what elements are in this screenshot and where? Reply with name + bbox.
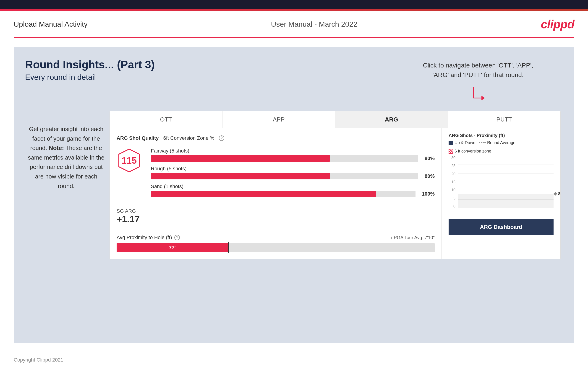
bar-track-sand: [151, 191, 415, 197]
y-label-5: 5: [449, 196, 457, 200]
y-label-15: 15: [449, 180, 457, 184]
tabs-row: OTT APP ARG PUTT: [110, 111, 560, 128]
hexagon-score-area: 115 Fairway (5 shots) 80%: [117, 148, 435, 201]
y-label-20: 20: [449, 172, 457, 176]
legend: Up & Down Round Average 6 ft conversion …: [449, 141, 553, 154]
pga-avg: ↑ PGA Tour Avg: 7'10": [390, 235, 435, 240]
legend-hatched-box: [449, 149, 453, 154]
y-label-10: 10: [449, 188, 457, 192]
proximity-section: Avg Proximity to Hole (ft) ? ↑ PGA Tour …: [117, 230, 435, 252]
bar-fill-sand: [151, 191, 376, 197]
arg-dashboard-btn[interactable]: ARG Dashboard: [449, 219, 553, 235]
bar-fill-fairway: [151, 155, 330, 162]
copyright: Copyright Clippd 2021: [14, 357, 63, 363]
bar-percentage-fairway: 80%: [425, 155, 435, 161]
proximity-help-icon[interactable]: ?: [174, 235, 180, 240]
legend-item-6ft: 6 ft conversion zone: [449, 149, 491, 154]
chart-area: 30 25 20 15 10 5 0: [449, 156, 553, 215]
y-label-25: 25: [449, 164, 457, 168]
shot-quality-label: ARG Shot Quality: [117, 135, 159, 141]
red-accent-bar: [0, 9, 588, 11]
tab-putt[interactable]: PUTT: [448, 111, 560, 128]
shot-bars: Fairway (5 shots) 80% Rough (5 shots): [151, 148, 435, 201]
navigation-hint-text: Click to navigate between 'OTT', 'APP','…: [423, 61, 533, 80]
y-label-0: 0: [449, 204, 457, 208]
svg-marker-4: [553, 192, 557, 196]
tab-arg[interactable]: ARG: [335, 111, 448, 128]
hexagon: 115: [117, 148, 142, 173]
bar-row-inline: 80%: [151, 155, 435, 162]
bar-label-rough: Rough (5 shots): [151, 166, 435, 172]
legend-item-up-down: Up & Down: [449, 141, 475, 145]
proximity-bar-fill: 77': [117, 243, 228, 252]
proximity-label-group: Avg Proximity to Hole (ft) ?: [117, 234, 180, 241]
bar-fill-rough: [151, 173, 330, 179]
left-panel: ARG Shot Quality 6ft Conversion Zone % ?…: [110, 128, 442, 259]
bar-label-fairway: Fairway (5 shots): [151, 148, 435, 154]
top-bar: [0, 0, 588, 9]
legend-label-6ft: 6 ft conversion zone: [455, 149, 491, 154]
chart-bar-15: [542, 208, 547, 208]
bar-row-inline: 80%: [151, 173, 435, 179]
sg-arg-value: +1.17: [117, 214, 435, 224]
proximity-header: Avg Proximity to Hole (ft) ? ↑ PGA Tour …: [117, 234, 435, 241]
chart-bar-12: [526, 208, 531, 208]
divider-line: [14, 37, 574, 38]
conversion-zone-area: [458, 194, 553, 208]
bar-track-fairway: [151, 155, 418, 162]
navigation-hint: Click to navigate between 'OTT', 'APP','…: [423, 61, 533, 108]
chart-bar-11: [520, 208, 525, 208]
sg-arg-section: SG ARG +1.17: [117, 208, 435, 224]
legend-dashed-line: [479, 142, 486, 143]
chart-main: 8: [458, 156, 553, 208]
chart-bar-10: [515, 208, 520, 208]
bar-percentage-rough: 80%: [425, 173, 435, 179]
bar-row-inline: 100%: [151, 191, 435, 197]
hexagon-wrapper: 115: [117, 148, 142, 173]
help-icon[interactable]: ?: [219, 135, 224, 141]
proximity-label: Avg Proximity to Hole (ft): [117, 234, 172, 241]
bar-row-fairway: Fairway (5 shots) 80%: [151, 148, 435, 162]
note-bold: Note:: [49, 144, 64, 151]
proximity-bar-track: 77': [117, 243, 435, 252]
legend-label-round-avg: Round Average: [487, 141, 515, 145]
right-panel: ARG Shots - Proximity (ft) Up & Down Rou…: [442, 128, 560, 259]
chart-y-axis: 30 25 20 15 10 5 0: [449, 156, 457, 208]
header: Upload Manual Activity User Manual - Mar…: [0, 11, 588, 37]
upload-manual-label: Upload Manual Activity: [14, 20, 88, 28]
panel-container: OTT APP ARG PUTT ARG Shot Quality 6ft Co…: [110, 111, 561, 259]
hexagon-number: 115: [122, 155, 137, 166]
panel-body: ARG Shot Quality 6ft Conversion Zone % ?…: [110, 128, 560, 259]
legend-box-solid: [449, 141, 453, 145]
tab-app[interactable]: APP: [223, 111, 335, 128]
right-panel-title: ARG Shots - Proximity (ft): [449, 133, 505, 138]
conversion-zone-label: 6ft Conversion Zone %: [163, 135, 215, 141]
bar-row-sand: Sand (1 shots) 100%: [151, 184, 435, 197]
right-panel-header: ARG Shots - Proximity (ft) Up & Down Rou…: [449, 133, 553, 154]
logo: clippd: [541, 17, 574, 31]
chart-bar-16: [548, 208, 553, 208]
tab-ott[interactable]: OTT: [110, 111, 223, 128]
bar-percentage-sand: 100%: [422, 191, 435, 197]
round-average-line: 8: [458, 194, 553, 194]
proximity-cursor: [228, 242, 229, 253]
legend-label-up-down: Up & Down: [455, 141, 475, 145]
bar-label-sand: Sand (1 shots): [151, 184, 435, 189]
legend-item-round-avg: Round Average: [479, 141, 515, 145]
chart-bar-13: [531, 208, 536, 208]
sg-arg-label: SG ARG: [117, 208, 435, 214]
chart-bar-14: [537, 208, 542, 208]
y-label-30: 30: [449, 156, 457, 160]
main-content: Round Insights... (Part 3) Every round i…: [14, 47, 574, 343]
bar-track-rough: [151, 173, 418, 179]
footer: Copyright Clippd 2021: [0, 352, 588, 367]
user-manual-date: User Manual - March 2022: [271, 20, 357, 28]
arrow-icon: [469, 84, 487, 107]
left-description: Get greater insight into each facet of y…: [27, 125, 105, 191]
proximity-bar-value: 77': [169, 245, 176, 251]
svg-marker-2: [481, 96, 485, 100]
shot-quality-header: ARG Shot Quality 6ft Conversion Zone % ?: [117, 135, 435, 141]
bar-row-rough: Rough (5 shots) 80%: [151, 166, 435, 179]
